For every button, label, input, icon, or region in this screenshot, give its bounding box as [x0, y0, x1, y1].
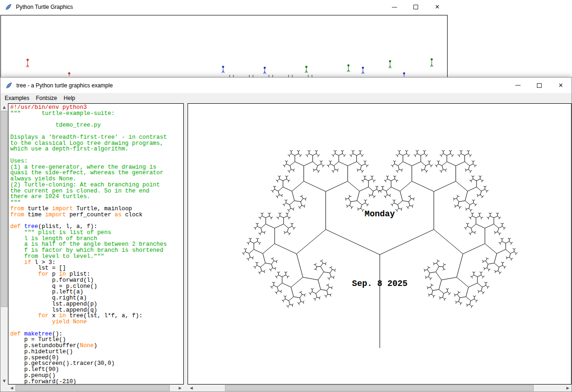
code-vscroll-thumb[interactable] — [1, 111, 7, 307]
close-icon: × — [558, 82, 563, 89]
code-vertical-scrollbar[interactable]: ▲ ▼ — [0, 103, 8, 385]
bg-close-button[interactable]: × — [427, 0, 448, 14]
fg-window-title: tree - a Python turtle graphics example — [16, 82, 113, 89]
turtle-canvas: MondaySep. 8 2025 — [188, 103, 572, 385]
menu-help[interactable]: Help — [60, 94, 79, 102]
turtle-figure — [26, 59, 29, 67]
down-arrow-icon: ▼ — [3, 379, 6, 383]
turtle-figure — [430, 58, 433, 67]
canvas-label: Monday — [365, 209, 395, 219]
bg-window-controls: × — [384, 0, 448, 14]
code-line: tdemo_tree.py — [10, 122, 183, 128]
code-horizontal-scrollbar[interactable]: ◀ ▶ — [8, 385, 184, 392]
fractal-tree-drawing: MondaySep. 8 2025 — [188, 104, 571, 384]
canvas-horizontal-scrollbar[interactable]: ◀ ▶ — [188, 385, 572, 392]
right-arrow-icon: ▶ — [566, 386, 569, 390]
tk-feather-icon — [5, 82, 13, 89]
turtle-figure — [403, 72, 405, 77]
minimize-icon — [515, 85, 521, 86]
code-line: """ turtle-example-suite: — [10, 111, 183, 117]
bg-turtles-drawing — [1, 15, 447, 81]
tree-demo-window: tree - a Python turtle graphics example … — [0, 77, 572, 392]
fg-window-controls: × — [507, 78, 572, 93]
canvas-label: Sep. 8 2025 — [352, 279, 408, 288]
code-pane: #!/usr/bin/env python3""" turtle-example… — [8, 103, 184, 385]
code-line: there are 1024 turtles. — [10, 194, 183, 200]
maximize-icon — [413, 5, 418, 9]
code-line: yield None — [10, 319, 183, 325]
code-line: which use a depth-first-algorithm. — [10, 146, 183, 152]
scroll-up-button[interactable]: ▲ — [0, 103, 8, 111]
code-line — [10, 152, 183, 158]
canvas-hscroll-thumb[interactable] — [225, 385, 534, 391]
code-line: p.forward(-210) — [10, 379, 183, 385]
maximize-icon — [537, 83, 542, 88]
fg-content: ▲ ▼ #!/usr/bin/env python3""" turtle-exa… — [0, 103, 572, 392]
turtle-figure — [68, 72, 71, 76]
turtle-figure — [362, 67, 364, 74]
bg-titlebar[interactable]: Python Turtle Graphics × — [0, 0, 448, 14]
code-hscroll-thumb[interactable] — [15, 385, 170, 391]
bg-maximize-button[interactable] — [405, 0, 427, 14]
right-arrow-icon: ▶ — [179, 386, 181, 390]
scroll-left-button[interactable]: ◀ — [8, 385, 15, 392]
turtle-figure — [389, 60, 391, 68]
turtle-figure — [347, 64, 350, 72]
fractal-tree-path — [242, 150, 518, 348]
code-line: from time import perf_counter as clock — [10, 212, 183, 218]
menu-examples[interactable]: Examples — [1, 94, 33, 102]
menu-fontsize[interactable]: Fontsize — [33, 94, 60, 102]
scroll-down-button[interactable]: ▼ — [0, 377, 8, 385]
fg-close-button[interactable]: × — [550, 78, 572, 93]
tk-feather-icon — [5, 3, 12, 11]
scroll-right-button[interactable]: ▶ — [564, 385, 572, 392]
up-arrow-icon: ▲ — [3, 105, 6, 109]
bg-minimize-button[interactable] — [384, 0, 405, 14]
fg-maximize-button[interactable] — [529, 78, 550, 93]
turtle-figure — [305, 66, 308, 73]
scroll-right-button[interactable]: ▶ — [176, 385, 184, 392]
left-arrow-icon: ◀ — [10, 386, 13, 390]
bg-window-title: Python Turtle Graphics — [16, 4, 73, 10]
fg-minimize-button[interactable] — [507, 78, 529, 93]
fg-titlebar[interactable]: tree - a Python turtle graphics example … — [0, 78, 572, 93]
code-text[interactable]: #!/usr/bin/env python3""" turtle-example… — [8, 104, 183, 385]
turtle-figure — [222, 66, 224, 73]
scroll-left-button[interactable]: ◀ — [188, 385, 195, 392]
minimize-icon — [392, 7, 397, 7]
turtle-figure — [263, 67, 266, 74]
close-icon: × — [435, 3, 439, 11]
menubar: Examples Fontsize Help — [0, 93, 572, 103]
left-arrow-icon: ◀ — [190, 386, 193, 390]
